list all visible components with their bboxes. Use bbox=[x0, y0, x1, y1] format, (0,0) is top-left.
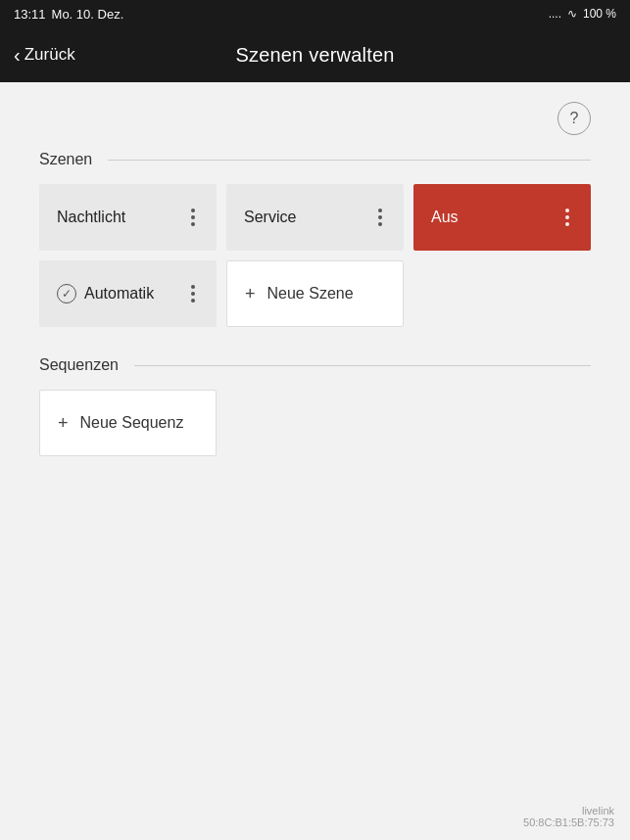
status-bar-right: .... ∿ 100 % bbox=[549, 7, 616, 21]
scene-card-service[interactable]: Service bbox=[226, 184, 404, 251]
sequences-grid: + Neue Sequenz bbox=[39, 390, 591, 456]
sequence-label-neue-sequenz: + Neue Sequenz bbox=[58, 413, 183, 434]
main-content: ? Szenen Nachtlicht Service bbox=[0, 82, 630, 476]
scene-card-nachtlicht[interactable]: Nachtlicht bbox=[39, 184, 217, 251]
status-bar: 13:11 Mo. 10. Dez. .... ∿ 100 % bbox=[0, 0, 630, 27]
back-label: Zurück bbox=[24, 45, 75, 65]
footer-mac: 50:8C:B1:5B:75:73 bbox=[523, 817, 614, 828]
seq-plus-icon: + bbox=[58, 413, 69, 434]
footer-livelink: livelink bbox=[523, 805, 614, 817]
scene-menu-automatik[interactable] bbox=[183, 285, 203, 303]
scene-menu-service[interactable] bbox=[370, 209, 390, 226]
sequences-divider bbox=[134, 365, 591, 366]
help-label: ? bbox=[570, 110, 579, 127]
status-date: Mo. 10. Dez. bbox=[52, 7, 124, 22]
signal-icon: .... bbox=[549, 7, 561, 21]
back-button[interactable]: ‹ Zurück bbox=[14, 45, 75, 65]
scene-label-aus: Aus bbox=[431, 209, 459, 226]
scene-label-nachtlicht: Nachtlicht bbox=[57, 209, 125, 226]
plus-icon: + bbox=[245, 284, 256, 304]
scene-menu-aus[interactable] bbox=[557, 209, 577, 226]
scene-card-neue-szene[interactable]: + Neue Szene bbox=[226, 260, 404, 327]
help-button-container: ? bbox=[39, 102, 591, 135]
scene-card-automatik[interactable]: ✓ Automatik bbox=[39, 260, 217, 327]
back-chevron-icon: ‹ bbox=[14, 45, 21, 65]
scene-card-aus[interactable]: Aus bbox=[413, 184, 591, 251]
scenes-section-label: Szenen bbox=[39, 151, 92, 168]
scenes-divider bbox=[108, 160, 591, 161]
scenes-grid: Nachtlicht Service Aus bbox=[39, 184, 591, 327]
checkmark-icon: ✓ bbox=[57, 284, 76, 303]
scenes-section-header: Szenen bbox=[39, 151, 591, 168]
footer: livelink 50:8C:B1:5B:75:73 bbox=[523, 805, 614, 828]
page-title: Szenen verwalten bbox=[235, 44, 394, 67]
scene-label-automatik: ✓ Automatik bbox=[57, 284, 154, 303]
sequence-card-neue-sequenz[interactable]: + Neue Sequenz bbox=[39, 390, 217, 456]
sequences-section-label: Sequenzen bbox=[39, 356, 119, 374]
status-bar-left: 13:11 Mo. 10. Dez. bbox=[14, 7, 123, 22]
scene-label-service: Service bbox=[244, 209, 296, 226]
sequences-section-header: Sequenzen bbox=[39, 356, 591, 374]
status-time: 13:11 bbox=[14, 7, 46, 22]
wifi-icon: ∿ bbox=[567, 7, 577, 21]
scene-label-neue-szene: + Neue Szene bbox=[245, 284, 354, 304]
scene-menu-nachtlicht[interactable] bbox=[183, 209, 203, 226]
battery-icon: 100 % bbox=[583, 7, 616, 21]
nav-bar: ‹ Zurück Szenen verwalten bbox=[0, 27, 630, 82]
help-button[interactable]: ? bbox=[557, 102, 591, 135]
